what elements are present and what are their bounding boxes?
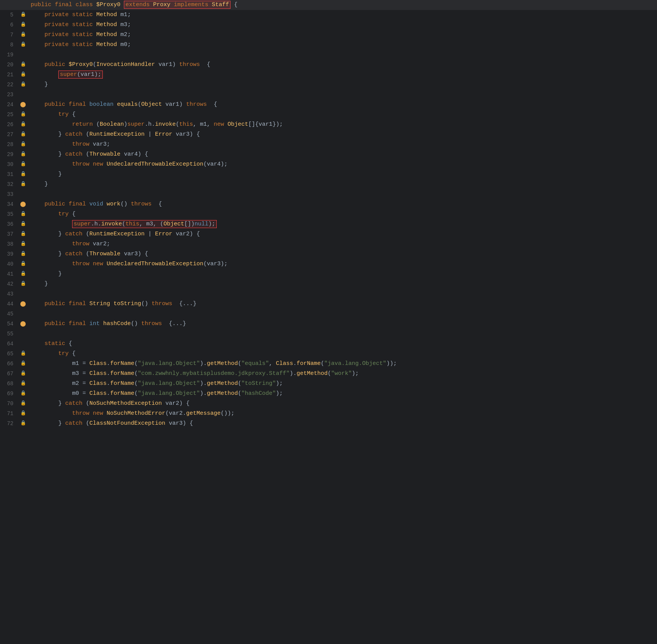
line-number: 43 bbox=[0, 290, 17, 298]
line-gutter: 🔒 bbox=[17, 390, 29, 397]
line-gutter: 🔒 bbox=[17, 250, 29, 258]
line-gutter: 🔒 bbox=[17, 270, 29, 278]
code-line-34: 34 public final void work() throws { bbox=[0, 199, 657, 209]
code-line-25: 25 🔒 try { bbox=[0, 110, 657, 120]
code-line-29: 29 🔒 } catch (Throwable var4) { bbox=[0, 150, 657, 159]
line-content: public final class $Proxy0 extends Proxy… bbox=[29, 0, 657, 10]
code-line-67: 67 🔒 m3 = Class.forName("com.zwwhnly.myb… bbox=[0, 369, 657, 379]
code-line-20: 20 🔒 public $Proxy0(InvocationHandler va… bbox=[0, 60, 657, 70]
line-gutter: 🔒 bbox=[17, 61, 29, 68]
line-content: public final void work() throws { bbox=[29, 200, 657, 209]
line-number: 34 bbox=[0, 200, 17, 209]
line-content: static { bbox=[29, 339, 657, 348]
line-number: 8 bbox=[0, 41, 17, 49]
line-gutter: 🔒 bbox=[17, 350, 29, 357]
line-number: 65 bbox=[0, 350, 17, 358]
line-content: return (Boolean)super.h.invoke(this, m1,… bbox=[29, 120, 657, 129]
line-content: super.h.invoke(this, m3, (Object[])null)… bbox=[29, 220, 657, 229]
line-gutter: 🔒 bbox=[17, 81, 29, 88]
code-editor: public final class $Proxy0 extends Proxy… bbox=[0, 0, 657, 429]
line-number: 21 bbox=[0, 71, 17, 79]
line-number: 42 bbox=[0, 280, 17, 288]
line-content: throw new UndeclaredThrowableException(v… bbox=[29, 160, 657, 169]
code-line-45: 45 bbox=[0, 309, 657, 319]
line-number: 22 bbox=[0, 80, 17, 89]
line-content: throw new NoSuchMethodError(var2.getMess… bbox=[29, 409, 657, 418]
line-content: public final int hashCode() throws {...} bbox=[29, 319, 657, 329]
line-gutter: 🔒 bbox=[17, 171, 29, 178]
line-content: throw var3; bbox=[29, 140, 657, 149]
line-number: 35 bbox=[0, 210, 17, 219]
line-gutter: 🔒 bbox=[17, 111, 29, 118]
line-content: } bbox=[29, 80, 657, 89]
line-content: public final String toString() throws {.… bbox=[29, 299, 657, 309]
line-number: 69 bbox=[0, 389, 17, 398]
line-number: 6 bbox=[0, 21, 17, 29]
code-line-44: 44 public final String toString() throws… bbox=[0, 299, 657, 309]
line-gutter: 🔒 bbox=[17, 21, 29, 28]
line-content: } bbox=[29, 180, 657, 189]
code-line-35: 35 🔒 try { bbox=[0, 209, 657, 219]
line-number: 5 bbox=[0, 11, 17, 19]
line-number: 39 bbox=[0, 250, 17, 258]
line-gutter: 🔒 bbox=[17, 410, 29, 417]
line-content: m2 = Class.forName("java.lang.Object").g… bbox=[29, 379, 657, 388]
line-gutter: 🔒 bbox=[17, 181, 29, 188]
code-line-66: 66 🔒 m1 = Class.forName("java.lang.Objec… bbox=[0, 359, 657, 369]
code-line-54: 54 public final int hashCode() throws {.… bbox=[0, 319, 657, 329]
line-content: } catch (RuntimeException | Error var3) … bbox=[29, 130, 657, 139]
line-number: 19 bbox=[0, 51, 17, 59]
line-gutter: 🔒 bbox=[17, 41, 29, 48]
code-line-71: 71 🔒 throw new NoSuchMethodError(var2.ge… bbox=[0, 409, 657, 419]
code-line-42: 42 🔒 } bbox=[0, 279, 657, 289]
line-number: 66 bbox=[0, 360, 17, 368]
line-number: 28 bbox=[0, 140, 17, 149]
code-line-40: 40 🔒 throw new UndeclaredThrowableExcept… bbox=[0, 259, 657, 269]
code-line-33: 33 bbox=[0, 189, 657, 199]
line-gutter: 🔒 bbox=[17, 121, 29, 128]
line-content: } bbox=[29, 269, 657, 279]
line-number: 67 bbox=[0, 370, 17, 378]
line-number: 41 bbox=[0, 270, 17, 278]
code-line-24: 24 public final boolean equals(Object va… bbox=[0, 100, 657, 110]
line-number: 27 bbox=[0, 130, 17, 139]
line-content: m3 = Class.forName("com.zwwhnly.mybatisp… bbox=[29, 369, 657, 378]
code-line-31: 31 🔒 } bbox=[0, 169, 657, 179]
code-line-21: 21 🔒 super(var1); bbox=[0, 70, 657, 80]
line-content: private static Method m0; bbox=[29, 40, 657, 49]
line-content: try { bbox=[29, 210, 657, 219]
code-line-5: 5 🔒 private static Method m1; bbox=[0, 10, 657, 20]
code-line-26: 26 🔒 return (Boolean)super.h.invoke(this… bbox=[0, 120, 657, 130]
line-gutter bbox=[17, 202, 29, 207]
line-number: 64 bbox=[0, 340, 17, 348]
code-line-68: 68 🔒 m2 = Class.forName("java.lang.Objec… bbox=[0, 379, 657, 389]
line-gutter: 🔒 bbox=[17, 31, 29, 38]
line-gutter: 🔒 bbox=[17, 280, 29, 288]
line-gutter bbox=[17, 301, 29, 307]
line-number: 70 bbox=[0, 399, 17, 408]
code-line-43: 43 bbox=[0, 289, 657, 299]
line-number: 36 bbox=[0, 220, 17, 228]
line-gutter: 🔒 bbox=[17, 240, 29, 248]
code-line-6: 6 🔒 private static Method m3; bbox=[0, 20, 657, 30]
line-number: 54 bbox=[0, 320, 17, 328]
code-line-39: 39 🔒 } catch (Throwable var3) { bbox=[0, 249, 657, 259]
line-gutter: 🔒 bbox=[17, 370, 29, 377]
line-content: super(var1); bbox=[29, 70, 657, 79]
code-line-23: 23 bbox=[0, 90, 657, 100]
line-gutter: 🔒 bbox=[17, 360, 29, 367]
code-line-36: 36 🔒 super.h.invoke(this, m3, (Object[])… bbox=[0, 219, 657, 229]
line-content: throw var2; bbox=[29, 240, 657, 249]
line-number: 33 bbox=[0, 190, 17, 199]
line-number: 55 bbox=[0, 330, 17, 338]
line-gutter: 🔒 bbox=[17, 220, 29, 228]
line-number: 68 bbox=[0, 380, 17, 388]
line-gutter: 🔒 bbox=[17, 151, 29, 158]
line-content: } bbox=[29, 279, 657, 289]
line-gutter: 🔒 bbox=[17, 161, 29, 168]
line-number: 32 bbox=[0, 180, 17, 189]
line-gutter bbox=[17, 321, 29, 327]
line-number: 40 bbox=[0, 260, 17, 268]
line-number: 23 bbox=[0, 90, 17, 99]
line-gutter: 🔒 bbox=[17, 380, 29, 387]
